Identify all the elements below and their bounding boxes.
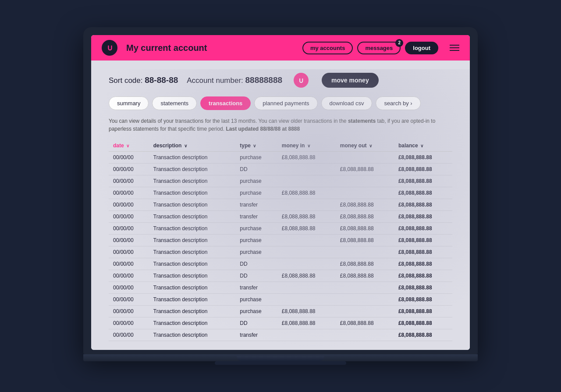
cell-balance: £8,088,888.88	[394, 294, 452, 306]
cell-money-in: £8,088,888.88	[277, 317, 336, 329]
cell-money-in	[277, 164, 336, 175]
type-sort-icon: ∨	[253, 143, 256, 148]
cell-type: purchase	[235, 152, 277, 164]
table-row[interactable]: 00/00/00 Transaction description purchas…	[109, 246, 452, 258]
cell-date: 00/00/00	[109, 164, 149, 175]
table-row[interactable]: 00/00/00 Transaction description purchas…	[109, 187, 452, 199]
table-row[interactable]: 00/00/00 Transaction description transfe…	[109, 211, 452, 223]
cell-money-out	[336, 246, 394, 258]
messages-button[interactable]: messages	[357, 42, 401, 54]
cell-type: DD	[235, 164, 277, 175]
table-row[interactable]: 00/00/00 Transaction description purchas…	[109, 235, 452, 246]
cell-description: Transaction description	[149, 211, 236, 223]
cell-date: 00/00/00	[109, 270, 149, 282]
info-text: You can view details of your transaction…	[109, 117, 452, 133]
cell-money-in	[277, 246, 336, 258]
table-row[interactable]: 00/00/00 Transaction description DD £8,0…	[109, 270, 452, 282]
tab-download-csv[interactable]: download csv	[321, 96, 373, 110]
cell-type: transfer	[235, 282, 277, 294]
my-accounts-button[interactable]: my accounts	[302, 42, 353, 54]
cell-type: DD	[235, 258, 277, 270]
table-body: 00/00/00 Transaction description purchas…	[109, 152, 452, 341]
cell-balance: £8,088,888.88	[394, 164, 452, 175]
messages-badge: 2	[395, 39, 403, 47]
table-row[interactable]: 00/00/00 Transaction description transfe…	[109, 282, 452, 294]
table-row[interactable]: 00/00/00 Transaction description purchas…	[109, 152, 452, 164]
sort-code-value: 88-88-88	[145, 75, 178, 85]
cell-type: purchase	[235, 235, 277, 246]
table-row[interactable]: 00/00/00 Transaction description purchas…	[109, 294, 452, 306]
cell-money-out: £8,088,888.88	[336, 317, 394, 329]
cell-description: Transaction description	[149, 199, 236, 211]
col-header-description[interactable]: description ∨	[149, 140, 236, 152]
cell-description: Transaction description	[149, 294, 236, 306]
cell-money-out: £8,088,888.88	[336, 270, 394, 282]
cell-description: Transaction description	[149, 223, 236, 235]
tab-transactions[interactable]: transactions	[200, 96, 251, 110]
tab-search-by[interactable]: search by ›	[376, 96, 420, 110]
cell-type: purchase	[235, 187, 277, 199]
cell-balance: £8,088,888.88	[394, 282, 452, 294]
info-text-part1: You can view details of your transaction…	[109, 118, 348, 124]
col-header-date[interactable]: date ∨	[109, 140, 149, 152]
cell-description: Transaction description	[149, 164, 236, 175]
cell-type: transfer	[235, 329, 277, 341]
table-row[interactable]: 00/00/00 Transaction description purchas…	[109, 306, 452, 317]
move-money-button[interactable]: move money	[322, 73, 379, 88]
cell-balance: £8,088,888.88	[394, 175, 452, 187]
cell-date: 00/00/00	[109, 258, 149, 270]
cell-balance: £8,088,888.88	[394, 317, 452, 329]
col-header-balance[interactable]: balance ∨	[394, 140, 452, 152]
laptop-bezel: ∪ My current account my accounts message…	[83, 27, 478, 354]
table-row[interactable]: 00/00/00 Transaction description transfe…	[109, 199, 452, 211]
cell-balance: £8,088,888.88	[394, 152, 452, 164]
cell-balance: £8,088,888.88	[394, 199, 452, 211]
cell-money-in	[277, 282, 336, 294]
table-row[interactable]: 00/00/00 Transaction description purchas…	[109, 223, 452, 235]
cell-date: 00/00/00	[109, 329, 149, 341]
table-row[interactable]: 00/00/00 Transaction description DD £8,0…	[109, 164, 452, 175]
cell-money-in: £8,088,888.88	[277, 152, 336, 164]
account-number-label: Account number: 88888888	[187, 75, 282, 85]
cell-balance: £8,088,888.88	[394, 270, 452, 282]
cell-date: 00/00/00	[109, 175, 149, 187]
cell-balance: £8,088,888.88	[394, 306, 452, 317]
cell-money-in	[277, 294, 336, 306]
table-row[interactable]: 00/00/00 Transaction description DD £8,0…	[109, 258, 452, 270]
cell-money-out: £8,088,888.88	[336, 164, 394, 175]
cell-money-out	[336, 187, 394, 199]
navbar-right: my accounts messages 2 logout	[302, 42, 459, 54]
logo-area: ∪ My current account	[102, 40, 207, 56]
cell-money-out	[336, 175, 394, 187]
cell-type: transfer	[235, 199, 277, 211]
cell-date: 00/00/00	[109, 294, 149, 306]
hamburger-line-2	[450, 47, 459, 48]
table-row[interactable]: 00/00/00 Transaction description transfe…	[109, 329, 452, 341]
table-row[interactable]: 00/00/00 Transaction description DD £8,0…	[109, 317, 452, 329]
logout-button[interactable]: logout	[405, 42, 438, 54]
col-header-type[interactable]: type ∨	[235, 140, 277, 152]
cell-money-out	[336, 282, 394, 294]
table-row[interactable]: 00/00/00 Transaction description purchas…	[109, 175, 452, 187]
hamburger-menu[interactable]	[450, 45, 459, 51]
col-header-money-out[interactable]: money out ∨	[336, 140, 394, 152]
cell-date: 00/00/00	[109, 306, 149, 317]
laptop-screen: ∪ My current account my accounts message…	[91, 35, 470, 350]
cell-date: 00/00/00	[109, 317, 149, 329]
cell-description: Transaction description	[149, 235, 236, 246]
tab-summary[interactable]: summary	[109, 96, 149, 110]
cell-description: Transaction description	[149, 282, 236, 294]
hamburger-line-1	[450, 45, 459, 46]
cell-money-in: £8,088,888.88	[277, 187, 336, 199]
tab-statements[interactable]: statements	[152, 96, 197, 110]
cell-type: purchase	[235, 175, 277, 187]
cell-money-out	[336, 306, 394, 317]
main-content: Sort code: 88-88-88 Account number: 8888…	[91, 61, 470, 350]
tabs-bar: summary statements transactions planned …	[109, 96, 452, 110]
cell-description: Transaction description	[149, 246, 236, 258]
money-in-sort-icon: ∨	[307, 143, 310, 148]
cell-date: 00/00/00	[109, 246, 149, 258]
col-header-money-in[interactable]: money in ∨	[277, 140, 336, 152]
cell-date: 00/00/00	[109, 152, 149, 164]
tab-planned-payments[interactable]: planned payments	[254, 96, 317, 110]
